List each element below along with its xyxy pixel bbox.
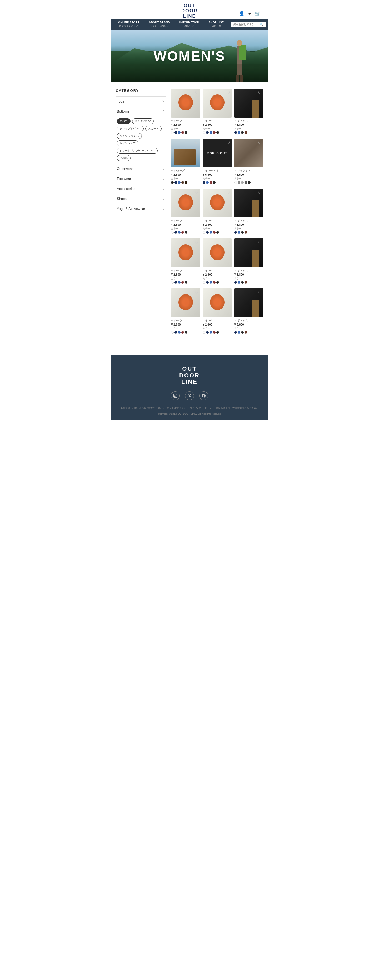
wishlist-icon[interactable]: ♥ bbox=[248, 11, 251, 17]
color-swatch[interactable] bbox=[238, 131, 240, 134]
sidebar-yoga-toggle[interactable]: Yoga & Activewear ∨ bbox=[116, 204, 166, 213]
nav-item-shop-list[interactable]: SHOP LIST 店舗一覧 bbox=[204, 19, 229, 30]
color-swatch[interactable] bbox=[181, 181, 184, 184]
wishlist-button[interactable]: ♡ bbox=[195, 290, 198, 295]
color-swatch[interactable] bbox=[234, 131, 237, 134]
color-swatch[interactable] bbox=[241, 131, 244, 134]
color-swatch[interactable] bbox=[216, 281, 219, 284]
product-card[interactable]: ♡ ○○シャツ ¥ 2,800 カラー bbox=[171, 288, 200, 334]
product-card[interactable]: ♡ ○○シャツ ¥ 2,800 カラー bbox=[203, 89, 232, 134]
wishlist-button[interactable]: ♡ bbox=[258, 140, 262, 145]
product-card[interactable]: ♡ ○○シャツ ¥ 2,800 カラー bbox=[203, 288, 232, 334]
filter-tag-skirt[interactable]: スカート bbox=[145, 126, 162, 132]
color-swatch[interactable] bbox=[216, 331, 219, 334]
color-swatch[interactable] bbox=[234, 281, 237, 284]
color-swatch[interactable] bbox=[206, 281, 209, 284]
twitter-x-icon[interactable] bbox=[185, 391, 194, 400]
color-swatch[interactable] bbox=[171, 331, 174, 334]
color-swatch[interactable] bbox=[178, 131, 181, 134]
product-card[interactable]: ♡ ○○シャツ ¥ 2,800 カラー bbox=[171, 189, 200, 234]
color-swatch[interactable] bbox=[238, 231, 240, 234]
color-swatch[interactable] bbox=[181, 331, 184, 334]
product-card[interactable]: ♡ ○○ジャケット ¥ 5,500 カラー bbox=[234, 138, 263, 184]
color-swatch[interactable] bbox=[171, 281, 174, 284]
filter-tag-all[interactable]: すべて bbox=[117, 118, 131, 124]
product-card[interactable]: ♡ ○○シャツ ¥ 2,800 カラー bbox=[203, 239, 232, 284]
product-card-sold-out[interactable]: SOULO OUT ♡ ○○ジャケット ¥ 6,800 カラー bbox=[203, 138, 232, 184]
color-swatch[interactable] bbox=[181, 131, 184, 134]
color-swatch[interactable] bbox=[185, 131, 187, 134]
wishlist-button[interactable]: ♡ bbox=[195, 190, 198, 195]
search-input[interactable] bbox=[233, 23, 259, 26]
color-swatch[interactable] bbox=[209, 181, 212, 184]
cart-icon[interactable]: 🛒 bbox=[255, 11, 261, 17]
wishlist-button[interactable]: ♡ bbox=[195, 240, 198, 245]
color-swatch[interactable] bbox=[174, 181, 177, 184]
color-swatch[interactable] bbox=[216, 231, 219, 234]
color-swatch[interactable] bbox=[209, 231, 212, 234]
filter-tag-tights[interactable]: タイツ/レギンス bbox=[117, 133, 142, 139]
color-swatch[interactable] bbox=[178, 281, 181, 284]
color-swatch[interactable] bbox=[216, 131, 219, 134]
color-swatch[interactable] bbox=[241, 331, 244, 334]
wishlist-button[interactable]: ♡ bbox=[226, 140, 230, 145]
color-swatch[interactable] bbox=[206, 131, 209, 134]
filter-tag-longpants[interactable]: ロングパンツ bbox=[132, 118, 154, 124]
wishlist-button[interactable]: ♡ bbox=[258, 190, 262, 195]
product-card[interactable]: ♡ ○○ボトムス ¥ 3,800 カラー bbox=[234, 189, 263, 234]
color-swatch[interactable] bbox=[234, 181, 237, 184]
product-card[interactable]: ♡ ○○シャツ ¥ 2,800 カラー bbox=[171, 239, 200, 284]
nav-item-information[interactable]: INFORMATION お知らせ bbox=[175, 19, 204, 30]
nav-item-about-brand[interactable]: ABOUT BRAND ブランドについて bbox=[144, 19, 175, 30]
wishlist-button[interactable]: ♡ bbox=[258, 90, 262, 95]
color-swatch[interactable] bbox=[185, 181, 187, 184]
product-card[interactable]: ♡ ○○シューズ ¥ 2,800 カラー bbox=[171, 138, 200, 184]
color-swatch[interactable] bbox=[203, 281, 205, 284]
sidebar-footwear-toggle[interactable]: Footwear ∨ bbox=[116, 174, 166, 183]
color-swatch[interactable] bbox=[178, 331, 181, 334]
color-swatch[interactable] bbox=[206, 331, 209, 334]
sidebar-bottoms-toggle[interactable]: Bottoms ∧ bbox=[116, 107, 166, 116]
user-icon[interactable]: 👤 bbox=[239, 11, 245, 17]
color-swatch[interactable] bbox=[203, 231, 205, 234]
color-swatch[interactable] bbox=[213, 181, 216, 184]
color-swatch[interactable] bbox=[174, 281, 177, 284]
color-swatch[interactable] bbox=[181, 281, 184, 284]
color-swatch[interactable] bbox=[241, 181, 244, 184]
sidebar-outerwear-toggle[interactable]: Outerwear ∨ bbox=[116, 164, 166, 173]
product-card[interactable]: ♡ ○○ボトムス ¥ 3,800 カラー bbox=[234, 239, 263, 284]
product-card[interactable]: ♡ ○○シャツ ¥ 2,800 カラー bbox=[171, 89, 200, 134]
filter-tag-other[interactable]: その他 bbox=[117, 155, 131, 161]
color-swatch[interactable] bbox=[245, 131, 247, 134]
color-swatch[interactable] bbox=[174, 231, 177, 234]
wishlist-button[interactable]: ♡ bbox=[195, 90, 198, 95]
color-swatch[interactable] bbox=[203, 331, 205, 334]
color-swatch[interactable] bbox=[181, 231, 184, 234]
wishlist-button[interactable]: ♡ bbox=[226, 90, 230, 95]
color-swatch[interactable] bbox=[178, 181, 181, 184]
color-swatch[interactable] bbox=[248, 181, 251, 184]
wishlist-button[interactable]: ♡ bbox=[226, 290, 230, 295]
wishlist-button[interactable]: ♡ bbox=[258, 240, 262, 245]
color-swatch[interactable] bbox=[185, 331, 187, 334]
color-swatch[interactable] bbox=[245, 331, 247, 334]
color-swatch[interactable] bbox=[209, 331, 212, 334]
color-swatch[interactable] bbox=[238, 281, 240, 284]
color-swatch[interactable] bbox=[174, 131, 177, 134]
color-swatch[interactable] bbox=[245, 231, 247, 234]
color-swatch[interactable] bbox=[171, 181, 174, 184]
color-swatch[interactable] bbox=[185, 281, 187, 284]
search-button[interactable]: 🔍 bbox=[259, 22, 264, 26]
color-swatch[interactable] bbox=[174, 331, 177, 334]
filter-tag-rain[interactable]: レインウェア bbox=[117, 140, 138, 146]
sidebar-tops-toggle[interactable]: Tops ∨ bbox=[116, 97, 166, 106]
sidebar-shoes-toggle[interactable]: Shoes ∨ bbox=[116, 194, 166, 204]
filter-tag-croppants[interactable]: クロップドパンツ bbox=[117, 126, 144, 132]
wishlist-button[interactable]: ♡ bbox=[195, 140, 198, 145]
nav-item-online-store[interactable]: ONLINE STORE オンラインストア bbox=[114, 19, 144, 30]
color-swatch[interactable] bbox=[245, 281, 247, 284]
color-swatch[interactable] bbox=[178, 231, 181, 234]
color-swatch[interactable] bbox=[238, 181, 240, 184]
color-swatch[interactable] bbox=[206, 231, 209, 234]
color-swatch[interactable] bbox=[209, 131, 212, 134]
